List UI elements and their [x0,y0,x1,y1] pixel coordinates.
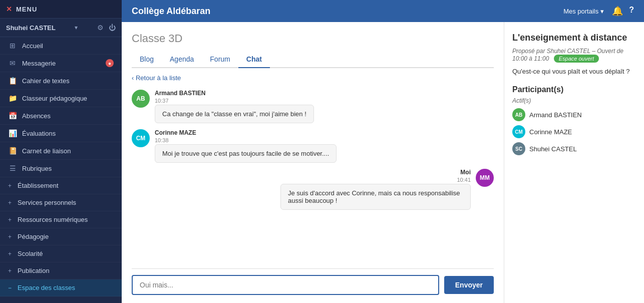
avatar: AB [132,90,150,108]
topbar-right: Mes portails ▾ 🔔 ? [563,6,634,17]
message-content: Corinne MAZE 10:38 Moi je trouve que c'e… [155,129,337,163]
back-link[interactable]: ‹ Retour à la liste [132,74,494,82]
avatar: CM [132,129,150,147]
participant-name: Corinne MAZE [529,128,572,136]
message-row: CM Corinne MAZE 10:38 Moi je trouve que … [132,129,494,163]
calendar-icon: 📅 [8,112,17,120]
participant-name: Armand BASTIEN [529,111,582,119]
right-panel-meta: Proposé par Shuhei CASTEL – Ouvert de 10… [512,48,636,63]
sidebar-item-classeur[interactable]: 📁 Classeur pédagogique [0,90,122,107]
sidebar-item-carnet[interactable]: 📔 Carnet de liaison [0,142,122,160]
participant-row: SC Shuhei CASTEL [512,142,636,155]
participant-avatar: AB [512,108,525,121]
message-content: Moi 10:41 Je suis d'accord avec Corinne,… [280,169,471,210]
message-bubble: Ca change de la "classe en vrai", moi j'… [155,105,314,123]
message-author: Armand BASTIEN [155,90,205,97]
sidebar-item-services[interactable]: + Services personnels [0,194,122,211]
message-bubble: Moi je trouve que c'est pas toujours fac… [155,144,337,163]
sidebar-item-messagerie[interactable]: ✉ Messagerie ● [0,55,122,72]
menu-label: MENU [16,6,37,13]
message-bubble: Je suis d'accord avec Corinne, mais ca n… [280,184,471,210]
sidebar-item-rubriques[interactable]: ☰ Rubriques [0,160,122,177]
tab-forum[interactable]: Forum [202,51,238,68]
sidebar-item-label: Scolarité [18,250,114,257]
sidebar-item-absences[interactable]: 📅 Absences [0,107,122,125]
sidebar-item-accueil[interactable]: ⊞ Accueil [0,37,122,55]
participant-row: CM Corinne MAZE [512,125,636,138]
portails-chevron: ▾ [600,8,604,15]
message-time: 10:38 [155,137,169,143]
sidebar-item-label: Évaluations [22,130,114,137]
chart-icon: 📊 [8,129,17,137]
chat-input-area: Envoyer [132,268,494,303]
sidebar-item-label: Pédagogie [18,233,114,240]
right-panel-desc: Qu'est-ce qui vous plaît et vous déplaît… [512,68,636,75]
help-icon[interactable]: ? [629,6,634,17]
chat-input[interactable] [132,275,439,295]
tab-bar: Blog Agenda Forum Chat [132,51,494,68]
sidebar-item-scolarite[interactable]: + Scolarité [0,245,122,262]
sidebar-item-label: Accueil [22,42,114,50]
sidebar: ✕ MENU Shuhei CASTEL ▾ ⚙ ⏻ ⊞ Accueil ✉ M… [0,0,122,303]
actifs-label: Actif(s) [512,97,636,104]
sidebar-item-label: Publication [18,267,114,274]
book-icon: 📔 [8,147,17,155]
mail-icon: ✉ [8,59,17,67]
sidebar-item-label: Rubriques [22,165,114,172]
portails-menu[interactable]: Mes portails ▾ [563,8,604,15]
message-content: Armand BASTIEN 10:37 Ca change de la "cl… [155,90,314,123]
sidebar-item-espace-des-classes[interactable]: − Espace des classes [0,279,122,296]
participant-avatar: SC [512,142,525,155]
sidebar-item-etablissement[interactable]: + Établissement [0,177,122,194]
participants-title: Participant(s) [512,85,636,94]
avatar: MM [476,169,494,187]
user-icons: ⚙ ⏻ [97,24,116,32]
user-chevron: ▾ [75,24,78,31]
topbar: Collège Aldébaran Mes portails ▾ 🔔 ? [122,0,644,22]
participant-name: Shuhei CASTEL [529,145,577,153]
settings-icon[interactable]: ⚙ [97,24,104,32]
right-panel: L'enseignement à distance Proposé par Sh… [504,22,644,303]
messages-area: AB Armand BASTIEN 10:37 Ca change de la … [132,90,494,268]
plus-icon: + [8,216,12,223]
sidebar-user[interactable]: Shuhei CASTEL ▾ ⚙ ⏻ [0,19,122,37]
portails-label: Mes portails [563,8,598,15]
sidebar-item-pedagogie[interactable]: + Pédagogie [0,228,122,245]
chat-panel: Classe 3D Blog Agenda Forum Chat ‹ Retou… [122,22,504,303]
messagerie-badge: ● [106,59,114,67]
content-area: Classe 3D Blog Agenda Forum Chat ‹ Retou… [122,22,644,303]
tab-blog[interactable]: Blog [132,51,162,68]
main-area: Collège Aldébaran Mes portails ▾ 🔔 ? Cla… [122,0,644,303]
sidebar-header: ✕ MENU [0,0,122,19]
plus-icon: + [8,250,12,257]
topbar-icons: 🔔 ? [612,6,634,17]
message-author: Moi [460,169,471,176]
sidebar-item-label: Carnet de liaison [22,147,114,155]
message-row: MM Moi 10:41 Je suis d'accord avec Corin… [132,169,494,210]
folder-icon: 📁 [8,94,17,102]
sidebar-item-label: Messagerie [22,60,101,67]
bell-icon[interactable]: 🔔 [612,6,623,17]
minus-icon: − [8,284,12,291]
close-icon[interactable]: ✕ [6,5,12,13]
right-panel-title: L'enseignement à distance [512,32,636,44]
notebook-icon: 📋 [8,77,17,85]
tab-chat[interactable]: Chat [238,51,270,68]
sidebar-item-label: Classeur pédagogique [22,95,114,102]
send-button[interactable]: Envoyer [444,276,494,294]
tab-agenda[interactable]: Agenda [162,51,202,68]
sidebar-item-cahier[interactable]: 📋 Cahier de textes [0,72,122,90]
plus-icon: + [8,233,12,240]
power-icon[interactable]: ⏻ [109,24,116,32]
sidebar-item-evaluations[interactable]: 📊 Évaluations [0,125,122,142]
app-title: Collège Aldébaran [132,6,210,17]
sidebar-item-label: Services personnels [18,199,114,206]
sidebar-item-publication[interactable]: + Publication [0,262,122,279]
sidebar-item-label: Espace des classes [18,284,114,291]
message-row: AB Armand BASTIEN 10:37 Ca change de la … [132,90,494,123]
plus-icon: + [8,182,12,189]
sidebar-item-ressources[interactable]: + Ressources numériques [0,211,122,228]
page-title: Classe 3D [132,32,494,45]
sidebar-item-label: Absences [22,112,114,120]
espace-ouvert-badge: Espace ouvert [554,55,599,63]
